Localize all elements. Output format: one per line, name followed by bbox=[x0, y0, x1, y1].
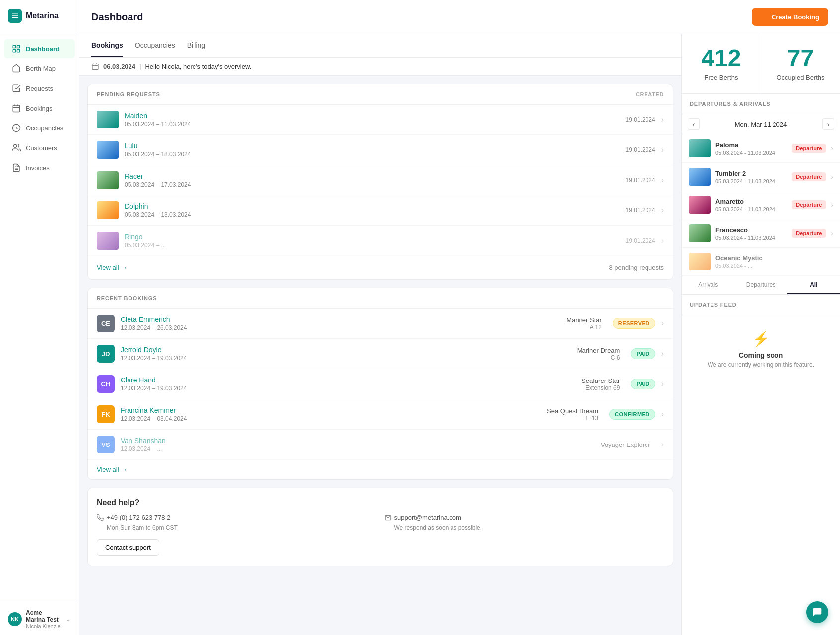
list-item[interactable]: Amaretto 05.03.2024 - 11.03.2024 Departu… bbox=[682, 191, 840, 219]
email-line: support@metarina.com bbox=[385, 514, 664, 521]
departure-dates: 05.03.2024 - ... bbox=[715, 263, 833, 269]
list-item[interactable]: Lulu 05.03.2024 – 18.03.2024 19.01.2024 … bbox=[88, 135, 673, 165]
list-item[interactable]: VS Van Shanshan 12.03.2024 – ... Voyager… bbox=[88, 430, 673, 460]
sidebar-item-dashboard[interactable]: Dashboard bbox=[4, 39, 75, 58]
app-name: Metarina bbox=[26, 11, 59, 20]
sidebar-label-occupancies: Occupancies bbox=[26, 125, 63, 132]
email-address: support@metarina.com bbox=[394, 514, 461, 521]
chevron-right-icon: › bbox=[661, 145, 664, 154]
departure-info: Paloma 05.03.2024 - 11.03.2024 bbox=[715, 141, 787, 156]
vessel-name: Paloma bbox=[715, 141, 787, 149]
help-section: Need help? +49 (0) 172 623 778 2 Mon-Sun… bbox=[87, 488, 673, 566]
sidebar-label-invoices: Invoices bbox=[26, 164, 50, 172]
berth-stats: 412 Free Berths 77 Occupied Berths bbox=[682, 34, 840, 94]
list-item[interactable]: Francesco 05.03.2024 - 11.03.2024 Depart… bbox=[682, 219, 840, 248]
help-grid: +49 (0) 172 623 778 2 Mon-Sun 8am to 6pm… bbox=[97, 514, 664, 531]
chat-button[interactable] bbox=[806, 601, 828, 623]
vessel-details: Mariner Dream C 6 bbox=[577, 347, 620, 361]
request-created-date: 19.01.2024 bbox=[626, 177, 655, 184]
create-booking-button[interactable]: Create Booking bbox=[752, 8, 828, 26]
occupied-berths-count: 77 bbox=[773, 46, 828, 70]
sidebar-item-customers[interactable]: Customers bbox=[4, 138, 75, 157]
vessel-name: Racer bbox=[125, 172, 620, 180]
booking-info: Cleta Emmerich 12.03.2024 – 26.03.2024 bbox=[121, 316, 560, 331]
request-info: Ringo 05.03.2024 – ... bbox=[125, 233, 620, 249]
departure-badge: Departure bbox=[792, 200, 826, 209]
free-berths-label: Free Berths bbox=[694, 74, 749, 81]
list-item[interactable]: FK Francina Kemmer 12.03.2024 – 03.04.20… bbox=[88, 399, 673, 430]
vessel-details: Mariner Star A 12 bbox=[566, 317, 602, 331]
vessel-thumbnail bbox=[97, 111, 119, 128]
svg-rect-0 bbox=[13, 45, 15, 48]
tab-arrivals[interactable]: Arrivals bbox=[682, 276, 734, 294]
contact-support-button[interactable]: Contact support bbox=[97, 539, 159, 556]
vessel-details: Voyager Explorer bbox=[601, 441, 650, 448]
view-all-requests-link[interactable]: View all → bbox=[88, 258, 136, 277]
booking-dates: 12.03.2024 – 19.03.2024 bbox=[121, 385, 576, 392]
coming-soon-subtitle: We are currently working on this feature… bbox=[690, 361, 832, 368]
departure-badge: Departure bbox=[792, 229, 826, 238]
pending-requests-section: PENDING REQUESTS CREATED Maiden 05.03.20… bbox=[87, 84, 673, 280]
customer-avatar: CH bbox=[97, 375, 115, 393]
departure-badge: Departure bbox=[792, 172, 826, 181]
coming-soon-block: ⚡ Coming soon We are currently working o… bbox=[682, 315, 840, 384]
recent-bookings-section: RECENT BOOKINGS CE Cleta Emmerich 12.03.… bbox=[87, 288, 673, 480]
date-bar: 06.03.2024 | Hello Nicola, here's today'… bbox=[79, 58, 681, 76]
help-title: Need help? bbox=[97, 498, 664, 507]
departure-info: Tumbler 2 05.03.2024 - 11.03.2024 bbox=[715, 170, 787, 184]
list-item[interactable]: Tumbler 2 05.03.2024 - 11.03.2024 Depart… bbox=[682, 163, 840, 191]
phone-number: +49 (0) 172 623 778 2 bbox=[107, 514, 170, 521]
logo[interactable]: Metarina bbox=[0, 0, 79, 32]
list-item[interactable]: Paloma 05.03.2024 - 11.03.2024 Departure… bbox=[682, 134, 840, 163]
chevron-right-icon: › bbox=[831, 229, 833, 237]
status-badge: CONFIRMED bbox=[609, 409, 655, 420]
tab-occupancies[interactable]: Occupancies bbox=[135, 34, 175, 57]
sidebar-item-requests[interactable]: Requests bbox=[4, 79, 75, 98]
list-item[interactable]: CH Clare Hand 12.03.2024 – 19.03.2024 Se… bbox=[88, 369, 673, 399]
user-company: Acme Marina Test bbox=[26, 609, 62, 623]
sidebar-item-bookings[interactable]: Bookings bbox=[4, 99, 75, 118]
request-dates: 05.03.2024 – 17.03.2024 bbox=[125, 181, 620, 188]
request-dates: 05.03.2024 – 11.03.2024 bbox=[125, 121, 620, 127]
sidebar-item-invoices[interactable]: Invoices bbox=[4, 158, 75, 177]
request-dates: 05.03.2024 – 18.03.2024 bbox=[125, 151, 620, 158]
list-item[interactable]: Maiden 05.03.2024 – 11.03.2024 19.01.202… bbox=[88, 105, 673, 135]
departures-arrivals-tabs: Arrivals Departures All bbox=[682, 276, 840, 294]
svg-point-9 bbox=[14, 144, 17, 147]
list-item[interactable]: JD Jerrold Doyle 12.03.2024 – 19.03.2024… bbox=[88, 339, 673, 369]
list-item[interactable]: Dolphin 05.03.2024 – 13.03.2024 19.01.20… bbox=[88, 195, 673, 226]
tab-all[interactable]: All bbox=[787, 276, 840, 294]
sidebar-nav: Dashboard Berth Map Requests Bookings Oc… bbox=[0, 32, 79, 603]
vessel-name: Oceanic Mystic bbox=[715, 254, 833, 262]
vessel-name: Tumbler 2 bbox=[715, 170, 787, 177]
sidebar-label-bookings: Bookings bbox=[26, 105, 52, 112]
customer-avatar: CE bbox=[97, 315, 115, 332]
phone-line: +49 (0) 172 623 778 2 bbox=[97, 514, 377, 521]
tab-bookings[interactable]: Bookings bbox=[91, 34, 123, 57]
user-name: Nicola Kienzle bbox=[26, 623, 62, 629]
main-area: Dashboard Create Booking Bookings Occupa… bbox=[79, 0, 840, 635]
list-item[interactable]: Oceanic Mystic 05.03.2024 - ... bbox=[682, 248, 840, 276]
view-all-bookings-link[interactable]: View all → bbox=[88, 460, 673, 479]
updates-feed-section: UPDATES FEED ⚡ Coming soon We are curren… bbox=[682, 294, 840, 384]
list-item[interactable]: CE Cleta Emmerich 12.03.2024 – 26.03.202… bbox=[88, 309, 673, 339]
vessel-thumbnail bbox=[97, 171, 119, 189]
chevron-right-icon: › bbox=[661, 176, 664, 185]
list-item[interactable]: Racer 05.03.2024 – 17.03.2024 19.01.2024… bbox=[88, 165, 673, 195]
sidebar-item-berth-map[interactable]: Berth Map bbox=[4, 59, 75, 78]
user-menu-toggle[interactable]: ⌄ bbox=[66, 616, 71, 623]
status-badge: PAID bbox=[631, 379, 655, 389]
status-badge: RESERVED bbox=[613, 318, 655, 329]
sidebar-label-dashboard: Dashboard bbox=[26, 45, 60, 53]
tab-departures[interactable]: Departures bbox=[734, 276, 787, 294]
svg-rect-4 bbox=[13, 105, 20, 112]
prev-date-button[interactable]: ‹ bbox=[688, 118, 700, 130]
chevron-right-icon: › bbox=[661, 236, 664, 245]
vessel-thumbnail bbox=[97, 141, 119, 159]
help-phone-col: +49 (0) 172 623 778 2 Mon-Sun 8am to 6pm… bbox=[97, 514, 377, 531]
customer-name: Cleta Emmerich bbox=[121, 316, 560, 323]
sidebar-item-occupancies[interactable]: Occupancies bbox=[4, 119, 75, 137]
next-date-button[interactable]: › bbox=[822, 118, 834, 130]
tab-billing[interactable]: Billing bbox=[187, 34, 205, 57]
list-item[interactable]: Ringo 05.03.2024 – ... 19.01.2024 › bbox=[88, 226, 673, 256]
